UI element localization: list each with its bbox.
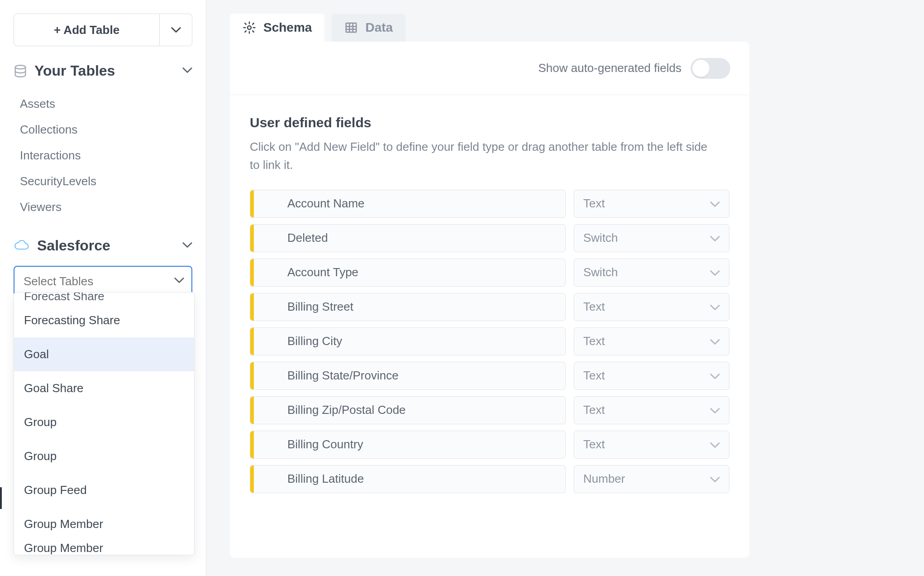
field-type-label: Text [583, 437, 605, 451]
dropdown-option[interactable]: Goal Share [14, 371, 194, 405]
salesforce-header[interactable]: Salesforce [14, 234, 192, 258]
sidebar-item-interactions[interactable]: Interactions [14, 143, 192, 168]
field-type-select[interactable]: Text [574, 190, 729, 218]
dropdown-option[interactable]: Group Feed [14, 473, 194, 507]
tab-schema-label: Schema [263, 20, 312, 35]
card-top-bar: Show auto-generated fields [230, 42, 749, 95]
your-tables-header[interactable]: Your Tables [14, 59, 192, 83]
field-row: DeletedSwitch [250, 224, 729, 252]
field-name-label: Billing Latitude [287, 472, 364, 486]
svg-point-0 [15, 65, 26, 69]
cloud-icon [14, 240, 30, 252]
field-type-label: Text [583, 403, 605, 417]
dropdown-option-label: Group [24, 449, 57, 463]
field-type-label: Text [583, 334, 605, 348]
chevron-down-icon [710, 369, 720, 383]
dropdown-option[interactable]: Group Member [14, 507, 194, 541]
chevron-down-icon [710, 472, 720, 486]
field-type-select[interactable]: Text [574, 327, 729, 355]
field-type-select[interactable]: Switch [574, 224, 729, 252]
sidebar-item-label: Assets [20, 97, 55, 110]
chevron-down-icon [710, 265, 720, 279]
field-name-label: Billing Country [287, 437, 363, 451]
chevron-down-icon [710, 300, 720, 314]
chevron-down-icon [710, 197, 720, 211]
add-table-label: + Add Table [54, 23, 119, 37]
your-tables-list: Assets Collections Interactions Security… [14, 91, 192, 220]
chevron-down-icon [710, 231, 720, 245]
main: Schema Data Show auto-generated fields U… [206, 0, 924, 576]
field-name-cell[interactable]: Account Type [250, 259, 566, 287]
tab-schema[interactable]: Schema [230, 14, 324, 42]
toggle-label: Show auto-generated fields [538, 61, 681, 75]
field-type-select[interactable]: Text [574, 362, 729, 390]
add-table-group: + Add Table [14, 14, 192, 46]
chevron-down-icon [710, 437, 720, 451]
card-body: User defined fields Click on "Add New Fi… [230, 95, 749, 493]
left-edge-accent [0, 487, 2, 509]
field-name-cell[interactable]: Billing Country [250, 431, 566, 459]
field-row: Account NameText [250, 190, 729, 218]
field-name-label: Billing Zip/Postal Code [287, 403, 406, 417]
field-type-label: Text [583, 197, 605, 211]
field-name-cell[interactable]: Billing Latitude [250, 465, 566, 493]
field-name-cell[interactable]: Billing Street [250, 293, 566, 321]
add-table-caret-button[interactable] [160, 14, 192, 46]
auto-generated-toggle[interactable] [691, 58, 730, 79]
field-type-select[interactable]: Switch [574, 259, 729, 287]
chevron-down-icon [171, 27, 181, 33]
field-type-label: Text [583, 300, 605, 314]
field-name-cell[interactable]: Billing State/Province [250, 362, 566, 390]
your-tables-title: Your Tables [34, 62, 175, 79]
field-row: Billing CityText [250, 327, 729, 355]
field-name-label: Billing City [287, 334, 342, 348]
field-name-cell[interactable]: Billing City [250, 327, 566, 355]
dropdown-option-label: Group Feed [24, 483, 87, 497]
sidebar-item-label: Viewers [20, 200, 62, 214]
field-name-cell[interactable]: Account Name [250, 190, 566, 218]
table-icon [344, 21, 358, 34]
dropdown-option-label: Group Member [24, 517, 103, 531]
sidebar-item-collections[interactable]: Collections [14, 117, 192, 143]
tab-data-label: Data [365, 20, 393, 35]
sidebar-item-assets[interactable]: Assets [14, 91, 192, 117]
sidebar-item-viewers[interactable]: Viewers [14, 194, 192, 220]
add-table-button[interactable]: + Add Table [14, 14, 160, 46]
toggle-knob [692, 60, 710, 77]
field-name-cell[interactable]: Billing Zip/Postal Code [250, 396, 566, 424]
dropdown-option-label: Goal Share [24, 381, 84, 395]
dropdown-list: Forecasting Share Goal Goal Share Group … [14, 303, 194, 541]
chevron-down-icon [710, 403, 720, 417]
field-type-select[interactable]: Text [574, 293, 729, 321]
dropdown-option-label: Forecasting Share [24, 313, 120, 327]
field-type-select[interactable]: Number [574, 465, 729, 493]
field-name-cell[interactable]: Deleted [250, 224, 566, 252]
dropdown-peek-top: Forecast Share [14, 293, 194, 303]
tab-data[interactable]: Data [332, 14, 405, 42]
field-type-select[interactable]: Text [574, 431, 729, 459]
sidebar-item-securitylevels[interactable]: SecurityLevels [14, 168, 192, 194]
dropdown-option[interactable]: Forecasting Share [14, 303, 194, 337]
field-name-label: Account Name [287, 197, 365, 211]
field-type-select[interactable]: Text [574, 396, 729, 424]
field-type-label: Number [583, 472, 625, 486]
dropdown-peek-bottom: Group Member [14, 541, 194, 555]
field-name-label: Deleted [287, 231, 328, 245]
dropdown-option[interactable]: Group [14, 405, 194, 439]
dropdown-option-label: Goal [24, 347, 49, 361]
field-name-label: Billing State/Province [287, 369, 399, 383]
field-row: Billing StreetText [250, 293, 729, 321]
sidebar-item-label: SecurityLevels [20, 174, 96, 188]
tabs: Schema Data [230, 14, 924, 42]
svg-point-1 [248, 26, 251, 29]
dropdown-option[interactable]: Group [14, 439, 194, 473]
chevron-down-icon [182, 242, 192, 250]
field-row: Billing CountryText [250, 431, 729, 459]
dropdown-option[interactable]: Goal [14, 337, 194, 371]
dropdown-option-label: Group [24, 415, 57, 429]
chevron-down-icon [710, 334, 720, 348]
field-row: Billing LatitudeNumber [250, 465, 729, 493]
field-type-label: Switch [583, 231, 618, 245]
svg-rect-2 [346, 23, 357, 32]
udf-description: Click on "Add New Field" to define your … [250, 138, 720, 174]
